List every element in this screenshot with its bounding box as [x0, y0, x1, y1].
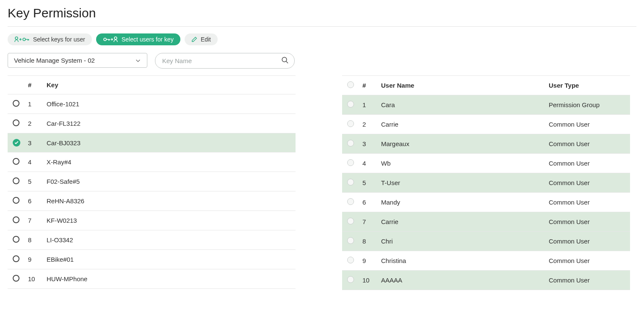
key-row-radio[interactable]	[8, 152, 25, 172]
key-search-box	[155, 53, 295, 69]
key-row[interactable]: 3Car-BJ0323	[8, 133, 296, 152]
user-row[interactable]: 2CarrieCommon User	[342, 115, 630, 134]
keys-table: # Key 1Office-10212Car-FL31223Car-BJ0323…	[8, 75, 296, 289]
user-row-num: 10	[359, 271, 378, 290]
users-col-num: #	[359, 76, 378, 95]
user-row-checkbox[interactable]	[342, 193, 359, 212]
user-row-type: Common User	[545, 193, 630, 212]
user-row[interactable]: 3MargeauxCommon User	[342, 134, 630, 154]
keys-col-radio	[8, 76, 25, 94]
edit-label: Edit	[201, 36, 211, 43]
select-all-checkbox[interactable]	[347, 81, 354, 88]
key-row[interactable]: 1Office-1021	[8, 94, 296, 114]
users-table: # User Name User Type 1CaraPermission Gr…	[342, 75, 630, 290]
key-search-input[interactable]	[155, 53, 295, 69]
key-row-name: Office-1021	[43, 94, 296, 114]
user-row-num: 7	[359, 212, 378, 232]
key-row-name: X-Ray#4	[43, 152, 296, 172]
user-row-num: 9	[359, 251, 378, 271]
key-row-num: 4	[25, 152, 43, 172]
keys-panel: # Key 1Office-10212Car-FL31223Car-BJ0323…	[8, 75, 296, 290]
key-row[interactable]: 4X-Ray#4	[8, 152, 296, 172]
radio-empty-icon	[13, 275, 19, 282]
user-row-type: Common User	[545, 115, 630, 134]
select-keys-for-user-button[interactable]: Select keys for user	[8, 33, 92, 45]
user-row-type: Common User	[545, 212, 630, 232]
key-row[interactable]: 9EBike#01	[8, 250, 296, 269]
user-row-type: Common User	[545, 134, 630, 154]
user-row[interactable]: 5T-UserCommon User	[342, 173, 630, 193]
checkbox-icon	[347, 159, 354, 166]
user-row[interactable]: 6MandyCommon User	[342, 193, 630, 212]
system-select[interactable]: Vehicle Manage System - 02	[8, 53, 147, 69]
keys-col-key: Key	[43, 76, 296, 94]
user-row[interactable]: 8ChriCommon User	[342, 232, 630, 251]
key-row[interactable]: 5F02-Safe#5	[8, 172, 296, 191]
key-row[interactable]: 2Car-FL3122	[8, 114, 296, 133]
key-row-name: KF-W0213	[43, 211, 296, 230]
chevron-down-icon	[135, 58, 141, 64]
key-row-num: 1	[25, 94, 43, 114]
user-row-checkbox[interactable]	[342, 115, 359, 134]
checkbox-icon	[347, 257, 354, 263]
user-row-name: Margeaux	[378, 134, 545, 154]
user-row-type: Common User	[545, 173, 630, 193]
title-divider	[8, 26, 636, 27]
search-icon[interactable]	[281, 56, 289, 66]
key-row-num: 7	[25, 211, 43, 230]
user-row-num: 2	[359, 115, 378, 134]
user-row-checkbox[interactable]	[342, 173, 359, 193]
user-row-name: Carrie	[378, 115, 545, 134]
key-row-name: ReHN-A8326	[43, 191, 296, 211]
user-row-num: 8	[359, 232, 378, 251]
key-row-radio[interactable]	[8, 211, 25, 230]
user-row-num: 6	[359, 193, 378, 212]
key-row-name: Car-BJ0323	[43, 133, 296, 152]
key-row-radio[interactable]	[8, 94, 25, 114]
checkbox-icon	[347, 198, 354, 205]
user-row[interactable]: 10AAAAACommon User	[342, 271, 630, 290]
key-row-radio[interactable]	[8, 230, 25, 250]
user-row[interactable]: 1CaraPermission Group	[342, 95, 630, 115]
user-row-checkbox[interactable]	[342, 154, 359, 173]
edit-button[interactable]: Edit	[185, 33, 218, 45]
key-row-radio[interactable]	[8, 133, 25, 152]
svg-point-3	[114, 37, 117, 39]
user-row-checkbox[interactable]	[342, 134, 359, 154]
user-row[interactable]: 7CarrieCommon User	[342, 212, 630, 232]
radio-empty-icon	[13, 236, 19, 243]
user-row-checkbox[interactable]	[342, 271, 359, 290]
key-row[interactable]: 10HUW-MPhone	[8, 269, 296, 289]
key-row-num: 9	[25, 250, 43, 269]
users-col-type: User Type	[545, 76, 630, 95]
user-row[interactable]: 4WbCommon User	[342, 154, 630, 173]
key-row[interactable]: 6ReHN-A8326	[8, 191, 296, 211]
key-row-radio[interactable]	[8, 191, 25, 211]
key-row[interactable]: 8LI-O3342	[8, 230, 296, 250]
user-row-checkbox[interactable]	[342, 212, 359, 232]
checkbox-icon	[347, 140, 354, 147]
radio-empty-icon	[13, 119, 19, 126]
key-row-radio[interactable]	[8, 250, 25, 269]
radio-empty-icon	[13, 177, 19, 184]
key-row-num: 10	[25, 269, 43, 289]
user-to-key-icon	[14, 36, 30, 43]
system-select-value: Vehicle Manage System - 02	[14, 57, 95, 64]
key-row-radio[interactable]	[8, 172, 25, 191]
svg-point-0	[15, 37, 18, 39]
user-row-name: Wb	[378, 154, 545, 173]
select-users-for-key-button[interactable]: Select users for key	[96, 33, 180, 45]
key-row-name: EBike#01	[43, 250, 296, 269]
user-row-type: Common User	[545, 271, 630, 290]
user-row-num: 3	[359, 134, 378, 154]
keys-col-num: #	[25, 76, 43, 94]
key-row-radio[interactable]	[8, 269, 25, 289]
user-row-checkbox[interactable]	[342, 95, 359, 115]
user-row-checkbox[interactable]	[342, 232, 359, 251]
key-row[interactable]: 7KF-W0213	[8, 211, 296, 230]
key-row-num: 8	[25, 230, 43, 250]
key-row-radio[interactable]	[8, 114, 25, 133]
user-row-checkbox[interactable]	[342, 251, 359, 271]
user-row[interactable]: 9ChristinaCommon User	[342, 251, 630, 271]
key-row-name: LI-O3342	[43, 230, 296, 250]
